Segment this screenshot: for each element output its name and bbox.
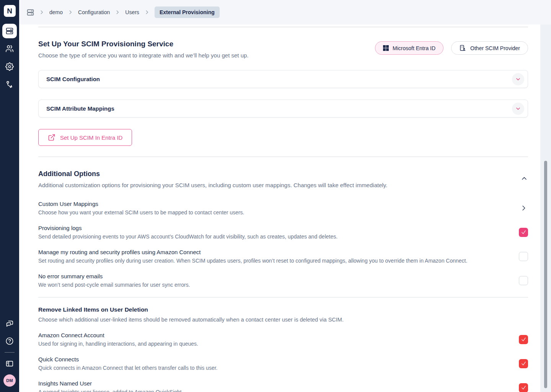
quick-connects-checkbox[interactable] xyxy=(519,359,528,368)
option-row-no-error-summary-emails: No error summary emails We won’t send po… xyxy=(38,273,528,288)
set-up-scim-in-entra-id-button[interactable]: Set Up SCIM In Entra ID xyxy=(38,129,132,146)
set-up-scim-label: Set Up SCIM In Entra ID xyxy=(60,134,122,141)
breadcrumb-server-stack-icon[interactable] xyxy=(27,9,34,16)
option-description: A named Insights user license, added to … xyxy=(38,389,183,392)
option-title: Quick Connects xyxy=(38,356,217,363)
option-title: Insights Named User xyxy=(38,380,183,387)
sidebar-item-chat[interactable] xyxy=(5,319,14,328)
chevron-separator-icon xyxy=(144,10,150,15)
help-circle-icon xyxy=(5,337,14,345)
topbar: demo Configuration Users External Provis… xyxy=(19,0,551,24)
option-description: We won’t send post-cycle email summaries… xyxy=(38,282,190,288)
chevron-up-icon[interactable] xyxy=(520,175,528,182)
sidebar-panel-icon xyxy=(5,359,14,368)
chevron-right-icon[interactable] xyxy=(520,204,528,212)
sidebar-item-servers-active[interactable] xyxy=(2,24,17,38)
section-divider xyxy=(38,297,528,297)
user-avatar[interactable]: DM xyxy=(3,374,16,387)
sidebar-item-users[interactable] xyxy=(5,44,14,53)
option-title: Manage my routing and security profiles … xyxy=(38,249,467,255)
microsoft-entra-id-label: Microsoft Entra ID xyxy=(393,45,435,51)
other-scim-provider-label: Other SCIM Provider xyxy=(470,45,520,51)
section-divider xyxy=(38,157,528,157)
chevron-separator-icon xyxy=(115,10,120,15)
chevron-separator-icon xyxy=(39,10,44,15)
external-link-icon xyxy=(48,134,55,141)
breadcrumb: demo Configuration Users External Provis… xyxy=(27,7,220,18)
breadcrumb-item-configuration[interactable]: Configuration xyxy=(78,9,110,15)
option-title: Provisioning logs xyxy=(38,225,337,231)
chevron-separator-icon xyxy=(68,10,73,15)
main-content: Set Up Your SCIM Provisioning Service Ch… xyxy=(19,24,540,392)
option-description: Send detailed provisioning events to you… xyxy=(38,234,337,240)
accordion-title: SCIM Attribute Mappings xyxy=(46,105,114,112)
page-subtitle: Choose the type of service you want to i… xyxy=(38,52,249,59)
breadcrumb-item-users[interactable]: Users xyxy=(125,9,139,15)
option-row-manage-profiles: Manage my routing and security profiles … xyxy=(38,249,528,264)
sidebar-divider xyxy=(5,352,15,353)
additional-options-title: Additional Options xyxy=(38,170,387,178)
breadcrumb-item-demo[interactable]: demo xyxy=(49,9,63,15)
top-divider xyxy=(38,27,528,27)
breadcrumb-current-external-provisioning: External Provisioning xyxy=(155,7,220,18)
sidebar-item-help[interactable] xyxy=(5,336,14,346)
other-scim-provider-button[interactable]: Other SCIM Provider xyxy=(451,41,528,55)
no-error-summary-checkbox[interactable] xyxy=(519,276,528,285)
sidebar-item-workflows[interactable] xyxy=(5,80,14,89)
sidebar-item-settings[interactable] xyxy=(5,62,14,71)
scrollbar-thumb[interactable] xyxy=(544,161,547,388)
option-row-amazon-connect-account: Amazon Connect Account Used for signing … xyxy=(38,332,528,347)
microsoft-logo-icon xyxy=(383,45,389,51)
option-row-custom-user-mappings[interactable]: Custom User Mappings Choose how you want… xyxy=(38,201,528,216)
page-title: Set Up Your SCIM Provisioning Service xyxy=(38,40,249,48)
option-row-quick-connects: Quick Connects Quick connects in Amazon … xyxy=(38,356,528,371)
chevron-down-icon[interactable] xyxy=(512,103,524,115)
option-title: Custom User Mappings xyxy=(38,201,245,207)
insights-named-user-checkbox[interactable] xyxy=(519,383,528,392)
option-title: Amazon Connect Account xyxy=(38,332,198,338)
provisioning-logs-checkbox[interactable] xyxy=(519,228,528,237)
manage-profiles-checkbox[interactable] xyxy=(519,252,528,261)
microsoft-entra-id-button[interactable]: Microsoft Entra ID xyxy=(375,41,443,55)
chat-bubbles-icon xyxy=(5,319,14,328)
chevron-down-icon[interactable] xyxy=(512,73,524,85)
accordion-title: SCIM Configuration xyxy=(46,76,100,82)
accordion-scim-attribute-mappings[interactable]: SCIM Attribute Mappings xyxy=(38,100,528,118)
additional-options-subtitle: Additional customization options for pro… xyxy=(38,182,387,188)
remove-linked-items-title: Remove Linked Items on User Deletion xyxy=(38,306,528,313)
sidebar-item-collapse-panel[interactable] xyxy=(5,359,14,368)
users-icon xyxy=(5,44,14,53)
option-row-provisioning-logs: Provisioning logs Send detailed provisio… xyxy=(38,225,528,240)
remove-linked-items-subtitle: Choose which additional user-linked item… xyxy=(38,317,528,323)
option-title: No error summary emails xyxy=(38,273,190,279)
option-description: Quick connects in Amazon Connect that le… xyxy=(38,365,217,371)
workflow-icon xyxy=(5,80,14,89)
server-stack-icon xyxy=(6,27,13,35)
option-description: Set routing and security profiles only d… xyxy=(38,258,467,264)
option-description: Used for signing in, handling interactio… xyxy=(38,341,198,347)
option-row-insights-named-user: Insights Named User A named Insights use… xyxy=(38,380,528,392)
accordion-scim-configuration[interactable]: SCIM Configuration xyxy=(38,70,528,88)
app-logo[interactable]: N xyxy=(4,5,16,17)
sidebar: N xyxy=(0,0,19,392)
gear-icon xyxy=(5,62,14,71)
option-description: Choose how you want your external SCIM u… xyxy=(38,209,245,216)
organization-icon xyxy=(459,44,466,52)
scrollbar-track[interactable] xyxy=(540,24,551,392)
amazon-connect-account-checkbox[interactable] xyxy=(519,335,528,344)
